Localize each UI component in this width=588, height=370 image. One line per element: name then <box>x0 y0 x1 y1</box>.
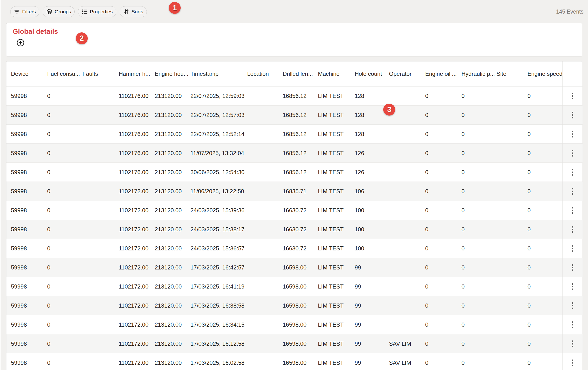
row-actions-cell <box>563 334 583 353</box>
column-header[interactable]: Site <box>496 62 527 86</box>
row-actions-cell <box>563 353 583 370</box>
column-header[interactable]: Machine <box>318 62 354 86</box>
table-row[interactable]: 5999801102172.00213120.0017/03/2025, 16:… <box>6 296 583 315</box>
column-header[interactable]: Fuel consu... <box>47 62 82 86</box>
column-header[interactable]: Faults <box>82 62 118 86</box>
column-header[interactable]: Engine hou... <box>155 62 190 86</box>
row-menu-button[interactable] <box>568 339 577 349</box>
annotation-badge-1: 1 <box>169 2 181 14</box>
row-menu-button[interactable] <box>568 186 577 196</box>
row-menu-button[interactable] <box>568 91 577 101</box>
table-cell <box>247 315 283 334</box>
column-header[interactable]: Device <box>6 62 47 86</box>
table-cell: 11/07/2025, 13:32:04 <box>190 144 247 163</box>
add-global-detail-button[interactable] <box>16 39 25 47</box>
column-header[interactable]: Timestamp <box>190 62 247 86</box>
table-row[interactable]: 5999801102172.00213120.0024/03/2025, 15:… <box>6 239 583 258</box>
table-cell <box>389 125 425 144</box>
row-menu-button[interactable] <box>568 301 577 311</box>
row-menu-button[interactable] <box>568 205 577 215</box>
column-header[interactable]: Hole count <box>354 62 389 86</box>
row-menu-button[interactable] <box>568 225 577 235</box>
row-menu-button[interactable] <box>568 320 577 330</box>
table-cell: 213120.00 <box>155 296 190 315</box>
column-header[interactable]: Drilled len... <box>283 62 318 86</box>
table-cell: LIM TEST <box>318 182 354 201</box>
kebab-menu-icon <box>572 154 573 157</box>
table-cell: 59998 <box>6 125 47 144</box>
table-cell: 128 <box>354 86 389 105</box>
table-row[interactable]: 5999801102176.00213120.0011/07/2025, 13:… <box>6 144 583 163</box>
table-cell <box>496 334 527 353</box>
row-menu-button[interactable] <box>568 148 577 158</box>
table-cell <box>82 163 118 182</box>
table-cell: LIM TEST <box>318 239 354 258</box>
table-cell: 22/07/2025, 12:52:14 <box>190 125 247 144</box>
table-cell: 126 <box>354 144 389 163</box>
table-row[interactable]: 5999801102172.00213120.0017/03/2025, 16:… <box>6 353 583 370</box>
column-header[interactable]: Hydraulic p... <box>461 62 496 86</box>
row-actions-cell <box>563 220 583 239</box>
row-menu-button[interactable] <box>568 129 577 139</box>
table-cell: 1102176.00 <box>118 105 155 125</box>
kebab-menu-icon <box>572 345 573 348</box>
table-cell <box>496 201 527 220</box>
table-cell: 100 <box>354 239 389 258</box>
table-cell <box>247 163 283 182</box>
row-menu-button[interactable] <box>568 282 577 292</box>
table-cell: 0 <box>527 296 563 315</box>
properties-button[interactable]: Properties <box>78 6 116 17</box>
table-row[interactable]: 5999801102172.00213120.0011/06/2025, 13:… <box>6 182 583 201</box>
table-row[interactable]: 5999801102172.00213120.0017/03/2025, 16:… <box>6 277 583 296</box>
table-cell <box>82 144 118 163</box>
table-cell <box>247 239 283 258</box>
table-row[interactable]: 5999801102172.00213120.0024/03/2025, 15:… <box>6 201 583 220</box>
table-cell: 1102172.00 <box>118 239 155 258</box>
column-header[interactable]: Hammer h... <box>118 62 155 86</box>
column-header[interactable]: Engine speed <box>527 62 563 86</box>
groups-button[interactable]: Groups <box>43 6 75 17</box>
table-cell: 0 <box>47 182 82 201</box>
table-row[interactable]: 5999801102172.00213120.0024/03/2025, 15:… <box>6 220 583 239</box>
table-row[interactable]: 5999801102172.00213120.0017/03/2025, 16:… <box>6 258 583 277</box>
table-cell: 0 <box>461 353 496 370</box>
table-row[interactable]: 5999801102176.00213120.0022/07/2025, 12:… <box>6 125 583 144</box>
row-menu-button[interactable] <box>568 263 577 273</box>
row-actions-cell <box>563 182 583 201</box>
table-cell: 59998 <box>6 220 47 239</box>
row-menu-button[interactable] <box>568 167 577 177</box>
table-row[interactable]: 5999801102176.00213120.0030/06/2025, 12:… <box>6 163 583 182</box>
kebab-menu-icon <box>572 192 573 195</box>
table-row[interactable]: 5999801102172.00213120.0017/03/2025, 16:… <box>6 334 583 353</box>
row-actions-cell <box>563 144 583 163</box>
table-cell: 0 <box>47 315 82 334</box>
table-cell <box>82 277 118 296</box>
table-cell <box>247 125 283 144</box>
table-cell: 1102172.00 <box>118 258 155 277</box>
table-cell <box>82 353 118 370</box>
table-row[interactable]: 5999801102176.00213120.0022/07/2025, 12:… <box>6 105 583 125</box>
column-header[interactable]: Location <box>247 62 283 86</box>
filters-button[interactable]: Filters <box>10 6 39 17</box>
table-cell: 59998 <box>6 105 47 125</box>
table-cell: 17/03/2025, 16:02:58 <box>190 353 247 370</box>
table-cell: LIM TEST <box>318 125 354 144</box>
table-cell: 0 <box>461 315 496 334</box>
table-cell: 0 <box>527 125 563 144</box>
table-cell: 16598.00 <box>283 334 318 353</box>
table-cell: 0 <box>425 125 461 144</box>
annotation-badge-2: 2 <box>76 32 88 44</box>
sorts-button[interactable]: Sorts <box>120 6 147 17</box>
column-header[interactable]: Engine oil ... <box>425 62 461 86</box>
row-menu-button[interactable] <box>568 244 577 254</box>
row-menu-button[interactable] <box>568 110 577 120</box>
table-cell: 17/03/2025, 16:38:58 <box>190 296 247 315</box>
table-row[interactable]: 5999801102172.00213120.0017/03/2025, 16:… <box>6 315 583 334</box>
table-cell: 0 <box>425 239 461 258</box>
row-menu-button[interactable] <box>568 358 577 368</box>
groups-button-label: Groups <box>55 9 71 15</box>
column-header[interactable]: Operator <box>389 62 425 86</box>
table-cell: 213120.00 <box>155 220 190 239</box>
table-cell: 0 <box>527 258 563 277</box>
table-row[interactable]: 5999801102176.00213120.0022/07/2025, 12:… <box>6 86 583 105</box>
